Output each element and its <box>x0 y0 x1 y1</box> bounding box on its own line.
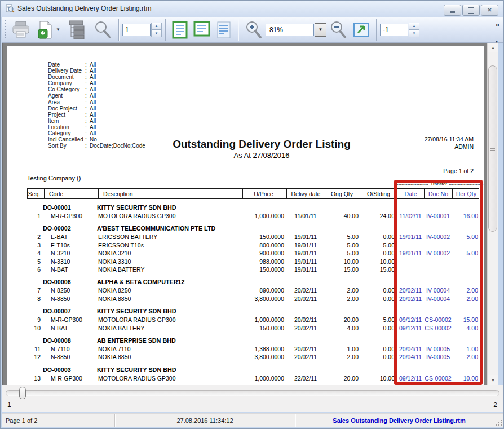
page-slider-thumb[interactable] <box>19 387 26 399</box>
cell: 09/12/11 <box>397 324 424 332</box>
group-row: DO-00003KITTY SECURITY SDN BHD <box>27 366 479 374</box>
scroll-up-icon[interactable]: ▲ <box>488 43 498 52</box>
filter-block: Date:AllDelivery Date:AllDocument:AllCom… <box>48 61 145 149</box>
filter-label: Item <box>48 118 85 124</box>
filter-colon: : <box>85 80 90 86</box>
cell <box>397 266 424 273</box>
cell: 5.00 <box>325 233 362 241</box>
titlebar[interactable]: Sales Outstanding Delivery Order Listing… <box>1 1 503 17</box>
whole-page-view-button[interactable] <box>170 19 190 41</box>
zoom-level-combo[interactable]: ▼ <box>266 23 326 37</box>
group-doc-no: DO-00003 <box>43 366 97 374</box>
search-icon <box>93 20 112 39</box>
cell: NOKIA BATTERY <box>98 324 242 332</box>
toolbar: ▼ ▲ ▼ <box>2 17 503 43</box>
cell: 5.00 <box>362 316 397 324</box>
page-width-view-button[interactable] <box>191 19 213 41</box>
expand-window-icon <box>353 22 370 38</box>
cell: 15.00 <box>362 266 397 273</box>
resize-grip[interactable] <box>495 419 502 426</box>
close-button[interactable]: ✕ <box>481 5 498 16</box>
cell: 1,000.0000 <box>242 212 286 220</box>
column-header: Code <box>45 189 99 198</box>
group-doc-no: DO-00008 <box>43 337 97 345</box>
cell: 3 <box>27 241 44 249</box>
slider-max-label: 2 <box>493 401 497 409</box>
table-row: 6N-BATNOKIA BATTERY150.000019/01/1115.00… <box>27 266 479 273</box>
cell <box>397 258 424 266</box>
print-button[interactable] <box>8 19 33 41</box>
cell: 5.00 <box>452 249 479 257</box>
filter-value: All <box>90 105 96 112</box>
cell: N-8850 <box>44 353 98 361</box>
cell: 20/02/11 <box>286 286 325 294</box>
cell: MOTOLORA RADIUS GP300 <box>98 374 242 382</box>
cell: 11 <box>27 345 44 353</box>
zoom-level-input[interactable] <box>266 24 314 36</box>
filter-row: Date:All <box>48 61 145 68</box>
table-row: 7N-8250NOKIA 8250890.000020/02/112.000.0… <box>27 286 479 294</box>
extra-spinner[interactable]: ▲ ▼ <box>380 23 419 37</box>
cell: 5.00 <box>325 249 362 257</box>
page-slider-track[interactable] <box>6 390 499 396</box>
export-dropdown-arrow-icon[interactable]: ▼ <box>56 27 60 32</box>
cell: ERICSSON BATTERY <box>98 233 242 241</box>
group-row: DO-00007KITTY SECURITY SDN BHD <box>27 307 479 316</box>
page-number-input[interactable] <box>122 24 151 36</box>
cell: N-7110 <box>44 345 98 353</box>
page-number-spinner[interactable]: ▲ ▼ <box>122 23 162 37</box>
chevron-down-icon: ▼ <box>318 27 322 32</box>
maximize-icon <box>468 7 474 14</box>
extra-spinner-input[interactable] <box>380 24 408 36</box>
cell: 0.00 <box>362 249 397 257</box>
cell: 15.00 <box>325 266 362 273</box>
toolbar-grip[interactable] <box>5 20 6 39</box>
toolbar-overflow-chevron[interactable]: » <box>496 20 499 29</box>
cell: 2.00 <box>452 286 479 294</box>
cell: 20/02/11 <box>397 286 424 294</box>
cell: N-8250 <box>44 286 98 294</box>
zoom-in-button[interactable] <box>242 19 265 41</box>
cell: 10.00 <box>362 374 397 382</box>
minimize-button[interactable] <box>444 5 461 16</box>
filter-row: Delivery Date:All <box>48 68 145 74</box>
status-filename: Sales Outstanding Delivery Order Listing… <box>295 414 503 427</box>
zoom-dropdown-button[interactable]: ▼ <box>315 23 326 37</box>
cell: 20/04/11 <box>397 345 424 353</box>
page-spin-down-icon[interactable]: ▼ <box>151 30 162 37</box>
filter-row: Company:All <box>48 80 145 86</box>
cell: 2.00 <box>452 295 479 303</box>
zoom-out-button[interactable] <box>327 19 350 41</box>
toolbar-separator <box>165 19 166 41</box>
cell: 1.00 <box>325 345 362 353</box>
cell: 4.00 <box>325 324 362 332</box>
cell: 20/02/11 <box>286 324 325 332</box>
cell: E-T10s <box>44 241 98 249</box>
group-row: DO-00002A'BEST TELECOMMUNICATION PTE LTD <box>27 224 479 233</box>
search-button[interactable] <box>91 19 114 41</box>
cell: 1 <box>27 212 44 220</box>
page-spin-up-icon[interactable]: ▲ <box>151 23 162 30</box>
page-slider-strip: 1 2 <box>2 385 503 412</box>
table-row: 13M-R-GP300MOTOLORA RADIUS GP3001,000.00… <box>27 374 479 382</box>
cell: 11/02/11 <box>397 212 424 220</box>
report-page: Date:AllDelivery Date:AllDocument:AllCom… <box>7 46 484 385</box>
cell: CS-00002 <box>424 316 452 324</box>
outline-button[interactable] <box>64 19 90 41</box>
export-button[interactable]: ▼ <box>34 19 63 41</box>
filter-label: Area <box>48 99 85 105</box>
scrollbar-thumb[interactable] <box>488 65 497 232</box>
preview-area: Date:AllDelivery Date:AllDocument:AllCom… <box>2 43 498 385</box>
scroll-down-icon[interactable]: ▼ <box>488 375 498 385</box>
extra-spin-up-icon[interactable]: ▲ <box>409 23 419 30</box>
table-row: 11N-7110NOKIA 71101,388.000020/02/111.00… <box>27 345 479 353</box>
status-bar: Page 1 of 2 27.08.2016 11:34:12 Sales Ou… <box>2 413 503 427</box>
vertical-scrollbar[interactable]: ▲ ▼ <box>487 43 498 385</box>
maximize-button[interactable] <box>462 5 480 16</box>
open-in-window-button[interactable] <box>351 19 372 41</box>
table-row: 5N-3310NOKIA 3310988.000019/01/1110.0010… <box>27 258 479 266</box>
hundred-percent-view-button[interactable] <box>214 19 234 41</box>
extra-spin-down-icon[interactable]: ▼ <box>409 30 419 37</box>
zoom-in-icon <box>245 20 263 39</box>
printed-info: 27/08/16 11:34 AM ADMIN <box>425 136 474 151</box>
